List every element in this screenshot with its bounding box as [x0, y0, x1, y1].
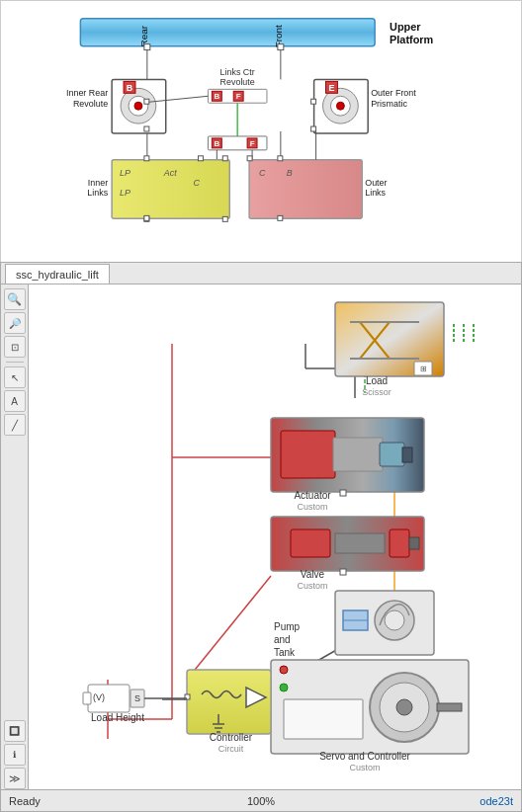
svg-rect-101: [380, 443, 404, 466]
explore-button[interactable]: 🔲: [4, 720, 26, 742]
svg-point-117: [380, 683, 429, 732]
svg-point-118: [396, 699, 412, 715]
tab-bar: ssc_hydraulic_lift: [1, 263, 521, 284]
svg-text:B: B: [214, 139, 219, 148]
load-height-label: Load Height: [83, 711, 152, 724]
svg-rect-69: [278, 215, 283, 220]
svg-rect-65: [222, 156, 227, 161]
svg-rect-38: [208, 136, 267, 150]
svg-point-20: [323, 88, 359, 123]
svg-rect-102: [402, 447, 412, 462]
svg-text:Upper: Upper: [390, 21, 421, 33]
svg-text:F: F: [236, 92, 241, 101]
svg-rect-0: [80, 19, 375, 46]
svg-line-92: [360, 322, 390, 359]
svg-rect-67: [278, 156, 283, 161]
svg-text:LP: LP: [120, 168, 130, 178]
svg-rect-123: [187, 670, 271, 734]
svg-rect-105: [291, 529, 330, 557]
svg-text:Prismatic: Prismatic: [371, 99, 407, 109]
line-button[interactable]: ╱: [4, 414, 26, 436]
svg-rect-28: [311, 126, 316, 131]
svg-point-111: [375, 601, 414, 640]
valve-label: Valve Custom: [273, 569, 352, 591]
svg-point-12: [134, 102, 142, 110]
status-solver: ode23t: [434, 795, 513, 807]
load-scissor-label: Load Scissor: [337, 375, 416, 397]
svg-text:Inner Rear: Inner Rear: [66, 88, 108, 98]
svg-text:Revolute: Revolute: [73, 99, 108, 109]
servo-controller-label: Servo and Controller Custom: [276, 751, 454, 772]
model-info-button[interactable]: ℹ: [4, 744, 26, 766]
svg-text:Act: Act: [163, 168, 177, 178]
svg-rect-17: [144, 99, 149, 104]
svg-rect-6: [278, 44, 284, 50]
svg-text:(V): (V): [93, 692, 105, 702]
svg-text:F: F: [250, 139, 255, 148]
svg-point-120: [280, 666, 288, 674]
svg-text:C: C: [194, 178, 201, 188]
tab-label: ssc_hydraulic_lift: [16, 269, 99, 281]
svg-rect-91: [335, 302, 444, 376]
svg-text:Outer Front: Outer Front: [371, 88, 416, 98]
svg-rect-45: [112, 160, 229, 219]
svg-rect-129: [88, 685, 130, 712]
svg-rect-98: [271, 418, 424, 492]
pump-tank-label: Pump and Tank: [274, 620, 333, 659]
svg-rect-119: [437, 703, 462, 711]
svg-text:S: S: [134, 693, 140, 703]
text-button[interactable]: A: [4, 390, 26, 412]
svg-rect-39: [212, 138, 221, 148]
zoom-in-button[interactable]: 🔍: [4, 288, 26, 310]
svg-text:B: B: [214, 92, 219, 101]
svg-rect-133: [83, 692, 91, 704]
svg-rect-13: [124, 81, 135, 93]
svg-rect-68: [144, 215, 149, 220]
svg-rect-110: [335, 591, 434, 655]
svg-point-21: [330, 96, 350, 116]
svg-rect-108: [409, 537, 419, 549]
svg-point-112: [385, 610, 404, 630]
svg-line-85: [187, 576, 271, 680]
svg-text:Outer: Outer: [365, 178, 387, 188]
svg-rect-30: [212, 91, 221, 101]
svg-point-121: [280, 684, 288, 691]
svg-text:⊞: ⊞: [420, 365, 427, 373]
svg-point-22: [336, 102, 344, 110]
svg-text:LP: LP: [120, 188, 130, 198]
fit-view-button[interactable]: ⊡: [4, 336, 26, 358]
status-bar: Ready 100% ode23t: [1, 789, 521, 811]
svg-point-10: [121, 88, 156, 123]
tab-ssc-hydraulic-lift[interactable]: ssc_hydraulic_lift: [5, 264, 110, 284]
svg-line-37: [149, 96, 209, 102]
svg-rect-41: [247, 138, 257, 148]
svg-text:Platform: Platform: [390, 34, 434, 45]
svg-rect-27: [311, 99, 316, 104]
actuator-label: Actuator Custom: [273, 490, 352, 512]
svg-rect-23: [326, 81, 338, 93]
svg-rect-100: [333, 438, 383, 471]
svg-rect-58: [222, 216, 227, 221]
left-toolbar: 🔍 🔎 ⊡ ↖ A ╱ 🔲 ℹ ≫: [1, 284, 29, 789]
status-zoom: 100%: [88, 795, 434, 807]
toolbar-separator: [6, 362, 24, 363]
svg-text:Rear: Rear: [138, 25, 149, 46]
svg-text:B: B: [287, 168, 293, 178]
svg-rect-52: [249, 160, 362, 219]
svg-line-93: [360, 322, 390, 359]
controller-label: Controller Circuit: [189, 732, 273, 754]
select-button[interactable]: ↖: [4, 366, 26, 388]
svg-rect-96: [414, 362, 432, 375]
svg-point-116: [370, 673, 439, 742]
svg-text:C: C: [259, 168, 266, 178]
svg-text:E: E: [328, 83, 334, 93]
svg-rect-104: [271, 517, 424, 571]
svg-text:Links: Links: [365, 188, 386, 198]
zoom-out-button[interactable]: 🔎: [4, 312, 26, 334]
svg-text:B: B: [127, 83, 133, 93]
svg-text:Links Ctr: Links Ctr: [220, 67, 255, 77]
svg-text:Links: Links: [87, 188, 108, 198]
svg-text:Revolute: Revolute: [220, 77, 255, 87]
svg-rect-32: [233, 91, 243, 101]
expand-button[interactable]: ≫: [4, 768, 26, 789]
